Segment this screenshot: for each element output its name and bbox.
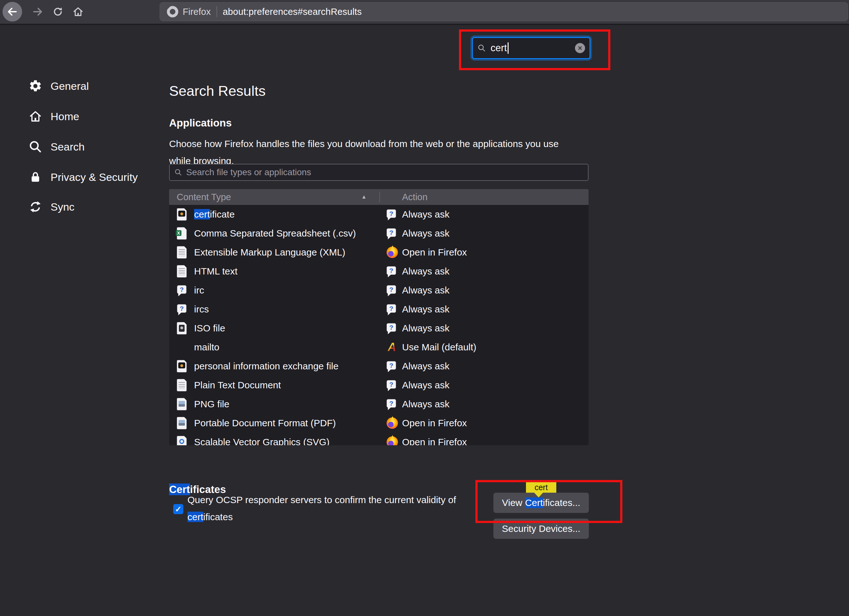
browser-toolbar: Firefox about:preferences#searchResults <box>0 0 849 25</box>
url-bar[interactable]: Firefox about:preferences#searchResults <box>159 2 848 21</box>
sidebar-item-general[interactable]: General <box>28 78 89 94</box>
sync-icon <box>28 200 42 214</box>
forward-button[interactable] <box>28 2 48 21</box>
iso-file-icon <box>177 322 186 334</box>
question-bubble-icon: ? <box>387 398 397 410</box>
sidebar-item-privacy-security[interactable]: Privacy & Security <box>28 170 138 185</box>
document-file-icon <box>177 379 186 391</box>
question-bubble-icon: ? <box>177 284 187 296</box>
firefox-logo-icon <box>167 6 178 17</box>
svg-file-icon <box>177 436 186 445</box>
table-row[interactable]: mailto A Use Mail (default) <box>169 338 588 357</box>
find-query-text: cert <box>490 42 507 54</box>
sidebar-item-sync[interactable]: Sync <box>28 199 74 215</box>
table-row[interactable]: ? irc ? Always ask <box>169 281 588 300</box>
search-icon <box>477 44 486 52</box>
ocsp-checkbox[interactable]: ✓ <box>173 504 183 514</box>
lock-icon <box>28 170 42 184</box>
mail-icon: A <box>387 341 397 353</box>
spreadsheet-file-icon <box>177 227 186 239</box>
applications-heading: Applications <box>169 117 232 129</box>
table-row[interactable]: Plain Text Document ? Always ask <box>169 376 588 395</box>
find-match-tooltip: cert <box>526 482 556 493</box>
question-bubble-icon: ? <box>387 322 397 334</box>
table-row[interactable]: PNG file ? Always ask <box>169 395 588 414</box>
reload-button[interactable] <box>48 2 68 21</box>
preferences-find-input[interactable]: cert × <box>472 37 590 59</box>
page-title: Search Results <box>169 83 265 99</box>
table-row[interactable]: Scalable Vector Graphics (SVG) Open in F… <box>169 433 588 445</box>
back-arrow-icon <box>7 6 18 17</box>
question-bubble-icon: ? <box>387 265 397 277</box>
security-devices-button[interactable]: Security Devices... <box>493 519 589 539</box>
sidebar-item-home[interactable]: Home <box>28 109 79 124</box>
gear-icon <box>28 79 42 93</box>
firefox-icon <box>387 247 398 258</box>
table-row[interactable]: HTML text ? Always ask <box>169 262 588 281</box>
firefox-icon <box>387 436 398 445</box>
column-header-action[interactable]: Action <box>402 189 427 205</box>
table-row[interactable]: Extensible Markup Language (XML) Open in… <box>169 243 588 262</box>
column-divider <box>379 192 380 202</box>
table-row[interactable]: ISO file ? Always ask <box>169 319 588 338</box>
document-file-icon <box>177 246 186 258</box>
question-bubble-icon: ? <box>387 227 397 239</box>
search-icon <box>174 168 182 176</box>
handlers-table: Content Type ▲ Action certificate ? Alwa… <box>169 189 588 445</box>
table-row[interactable]: personal information exchange file ? Alw… <box>169 357 588 376</box>
table-row[interactable]: Portable Document Format (PDF) Open in F… <box>169 414 588 433</box>
document-file-icon <box>177 265 186 277</box>
question-bubble-icon: ? <box>387 360 397 372</box>
table-row[interactable]: certificate ? Always ask <box>169 205 588 224</box>
certificates-heading: Certificates <box>169 483 226 495</box>
image-file-icon <box>177 398 186 410</box>
url-separator <box>216 6 217 17</box>
reload-icon <box>52 6 63 17</box>
table-row[interactable]: Comma Separated Spreadsheet (.csv) ? Alw… <box>169 224 588 243</box>
sidebar-item-search[interactable]: Search <box>28 139 85 154</box>
search-icon <box>28 140 42 154</box>
question-bubble-icon: ? <box>387 379 397 391</box>
url-text: about:preferences#searchResults <box>223 7 362 17</box>
url-brand-label: Firefox <box>183 7 211 17</box>
forward-arrow-icon <box>32 6 43 17</box>
ocsp-label-line2: certificates <box>188 512 232 522</box>
certificate-file-icon <box>177 360 186 372</box>
view-certificates-button[interactable]: View Certificates... <box>493 493 589 513</box>
ocsp-label-line1: Query OCSP responder servers to confirm … <box>188 495 456 505</box>
home-icon <box>28 109 42 123</box>
question-bubble-icon: ? <box>387 303 397 315</box>
question-bubble-icon: ? <box>177 303 187 315</box>
search-placeholder: Search file types or applications <box>186 167 311 177</box>
sort-ascending-icon: ▲ <box>361 189 366 205</box>
home-icon <box>72 6 84 17</box>
back-button[interactable] <box>3 2 22 21</box>
table-header: Content Type ▲ Action <box>169 189 588 205</box>
table-row[interactable]: ? ircs ? Always ask <box>169 300 588 319</box>
home-button[interactable] <box>68 2 88 21</box>
clear-search-button[interactable]: × <box>575 43 585 53</box>
firefox-icon <box>387 418 398 429</box>
file-type-search-input[interactable]: Search file types or applications <box>169 164 588 181</box>
image-file-icon <box>177 417 186 429</box>
certificate-file-icon <box>177 208 186 221</box>
question-bubble-icon: ? <box>387 208 397 221</box>
question-bubble-icon: ? <box>387 284 397 296</box>
text-caret <box>508 42 509 54</box>
column-header-content-type[interactable]: Content Type <box>177 189 231 205</box>
